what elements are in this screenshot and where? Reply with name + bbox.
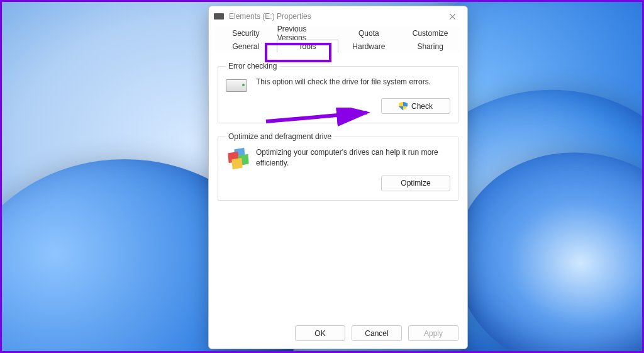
titlebar[interactable]: Elements (E:) Properties (209, 6, 467, 26)
apply-button[interactable]: Apply (408, 325, 458, 341)
tab-content-tools: Error checking This option will check th… (209, 53, 467, 319)
error-checking-group: Error checking This option will check th… (218, 62, 458, 123)
tab-sharing[interactable]: Sharing (399, 40, 461, 53)
tab-customize[interactable]: Customize (399, 26, 461, 40)
check-button[interactable]: Check (381, 98, 450, 114)
tab-quota[interactable]: Quota (338, 26, 400, 40)
optimize-desc: Optimizing your computer's drives can he… (256, 147, 450, 169)
properties-dialog: Elements (E:) Properties Security Previo… (208, 6, 468, 349)
dialog-footer: OK Cancel Apply (209, 319, 467, 349)
tab-row-2: General Tools Hardware Sharing (215, 40, 461, 53)
close-button[interactable] (442, 6, 462, 26)
error-checking-legend: Error checking (226, 62, 279, 70)
optimize-group: Optimize and defragment drive Optimizing… (218, 132, 458, 201)
ok-button[interactable]: OK (295, 325, 345, 341)
defrag-icon (226, 148, 247, 167)
close-icon (449, 13, 456, 20)
optimize-button[interactable]: Optimize (381, 176, 450, 191)
tab-tools[interactable]: Tools (277, 40, 338, 53)
check-button-label: Check (411, 102, 433, 111)
cancel-button[interactable]: Cancel (352, 325, 402, 341)
drive-title-icon (214, 13, 224, 20)
tab-previous-versions[interactable]: Previous Versions (277, 26, 338, 40)
tab-row-1: Security Previous Versions Quota Customi… (215, 26, 461, 40)
drive-icon (226, 79, 247, 92)
optimize-legend: Optimize and defragment drive (226, 132, 334, 141)
tab-general[interactable]: General (215, 40, 277, 53)
window-title: Elements (E:) Properties (229, 12, 442, 21)
tab-security[interactable]: Security (215, 26, 277, 40)
tab-hardware[interactable]: Hardware (338, 40, 400, 53)
uac-shield-icon (399, 102, 408, 111)
optimize-button-label: Optimize (401, 179, 430, 188)
error-checking-desc: This option will check the drive for fil… (256, 77, 431, 87)
